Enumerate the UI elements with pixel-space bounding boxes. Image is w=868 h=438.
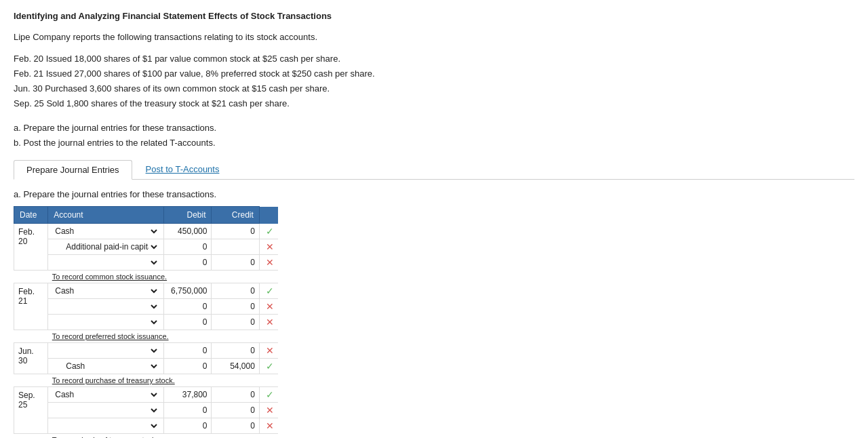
col-debit: Debit	[164, 207, 212, 224]
table-row: 00✕	[14, 255, 279, 271]
debit-cell: 0	[164, 359, 212, 374]
credit-cell: 0	[212, 299, 259, 315]
transactions-list: Feb. 20 Issued 18,000 shares of $1 par v…	[14, 52, 854, 111]
table-row: Jun. 3000✕	[14, 343, 279, 359]
note-row: To record sale of treasury stock.	[14, 434, 279, 438]
debit-cell: 0	[164, 343, 212, 359]
check-icon: ✓	[266, 389, 274, 400]
account-select[interactable]	[63, 405, 159, 416]
debit-cell: 37,800	[164, 387, 212, 403]
check-icon: ✓	[266, 285, 274, 296]
account-select[interactable]: Cash	[52, 226, 159, 237]
account-select[interactable]: Cash	[52, 285, 159, 296]
status-cell: ✕	[259, 299, 278, 315]
x-icon: ✕	[266, 405, 274, 416]
credit-cell: 0	[212, 315, 259, 330]
account-select[interactable]: Additional paid-in capital	[63, 241, 159, 252]
tabs-container: Prepare Journal Entries Post to T-Accoun…	[14, 160, 854, 180]
check-icon: ✓	[266, 226, 274, 237]
status-cell: ✕	[259, 239, 278, 255]
credit-cell: 0	[212, 283, 259, 299]
x-icon: ✕	[266, 420, 274, 431]
status-cell: ✕	[259, 418, 278, 434]
col-account: Account	[48, 207, 164, 224]
note-cell: To record preferred stock issuance.	[48, 330, 278, 343]
col-status	[259, 207, 278, 224]
table-row: 00✕	[14, 299, 279, 315]
account-select[interactable]	[63, 257, 159, 268]
table-row: Feb. 20Cash450,0000✓	[14, 224, 279, 239]
table-row: 00✕	[14, 403, 279, 418]
col-credit: Credit	[212, 207, 259, 224]
note-row: To record common stock issuance.	[14, 271, 279, 283]
table-row: Feb. 21Cash6,750,0000✓	[14, 283, 279, 299]
account-cell[interactable]	[48, 255, 164, 271]
date-cell: Jun. 30	[14, 343, 48, 374]
account-select[interactable]	[52, 345, 159, 356]
date-cell: Feb. 20	[14, 224, 48, 271]
note-cell: To record common stock issuance.	[48, 271, 278, 283]
account-cell[interactable]	[48, 299, 164, 315]
table-row: Sep. 25Cash37,8000✓	[14, 387, 279, 403]
note-row: To record purchase of treasury stock.	[14, 374, 279, 387]
date-cell: Feb. 21	[14, 283, 48, 330]
account-select[interactable]	[63, 420, 159, 431]
credit-cell: 0	[212, 403, 259, 418]
debit-cell: 0	[164, 299, 212, 315]
x-icon: ✕	[266, 257, 274, 268]
account-cell[interactable]	[48, 343, 164, 359]
status-cell: ✕	[259, 255, 278, 271]
note-cell: To record sale of treasury stock.	[48, 434, 278, 438]
debit-cell: 0	[164, 315, 212, 330]
status-cell: ✓	[259, 224, 278, 239]
x-icon: ✕	[266, 317, 274, 327]
account-cell[interactable]	[48, 418, 164, 434]
debit-cell: 0	[164, 418, 212, 434]
account-cell[interactable]	[48, 403, 164, 418]
account-select[interactable]: Cash	[52, 389, 159, 400]
instruction-item: b. Post the journal entries to the relat…	[14, 136, 854, 151]
account-cell[interactable]	[48, 315, 164, 330]
status-cell: ✓	[259, 359, 278, 374]
credit-cell: 0	[212, 343, 259, 359]
description: Lipe Company reports the following trans…	[14, 31, 854, 45]
account-cell[interactable]: Cash	[48, 283, 164, 299]
credit-cell: 0	[212, 224, 259, 239]
account-cell[interactable]: Cash	[48, 224, 164, 239]
status-cell: ✕	[259, 315, 278, 330]
account-cell[interactable]: Cash	[48, 359, 164, 374]
credit-cell	[212, 239, 259, 255]
status-cell: ✓	[259, 387, 278, 403]
date-cell: Sep. 25	[14, 387, 48, 434]
transaction-item: Feb. 20 Issued 18,000 shares of $1 par v…	[14, 52, 854, 66]
x-icon: ✕	[266, 345, 274, 356]
credit-cell: 0	[212, 255, 259, 271]
col-date: Date	[14, 207, 48, 224]
table-row: Cash054,000✓	[14, 359, 279, 374]
debit-cell: 0	[164, 255, 212, 271]
account-select[interactable]	[63, 317, 159, 327]
account-cell[interactable]: Cash	[48, 387, 164, 403]
instructions-list: a. Prepare the journal entries for these…	[14, 121, 854, 151]
page-title: Identifying and Analyzing Financial Stat…	[14, 11, 854, 21]
section-label: a. Prepare the journal entries for these…	[14, 189, 854, 199]
debit-cell: 0	[164, 403, 212, 418]
note-row: To record preferred stock issuance.	[14, 330, 279, 343]
table-row: Additional paid-in capital0✕	[14, 239, 279, 255]
account-select[interactable]	[63, 301, 159, 312]
table-row: 00✕	[14, 418, 279, 434]
tab-post-to-t-accounts[interactable]: Post to T-Accounts	[134, 160, 232, 179]
transaction-item: Jun. 30 Purchased 3,600 shares of its ow…	[14, 81, 854, 96]
debit-cell: 6,750,000	[164, 283, 212, 299]
instruction-item: a. Prepare the journal entries for these…	[14, 121, 854, 136]
status-cell: ✕	[259, 403, 278, 418]
account-select[interactable]: Cash	[63, 361, 159, 372]
tab-prepare-journal-entries[interactable]: Prepare Journal Entries	[14, 160, 132, 180]
journal-entries-table: Date Account Debit Credit Feb. 20Cash450…	[14, 206, 278, 438]
account-cell[interactable]: Additional paid-in capital	[48, 239, 164, 255]
note-cell: To record purchase of treasury stock.	[48, 374, 278, 387]
x-icon: ✕	[266, 241, 274, 252]
transaction-item: Feb. 21 Issued 27,000 shares of $100 par…	[14, 66, 854, 81]
x-icon: ✕	[266, 301, 274, 312]
debit-cell: 450,000	[164, 224, 212, 239]
